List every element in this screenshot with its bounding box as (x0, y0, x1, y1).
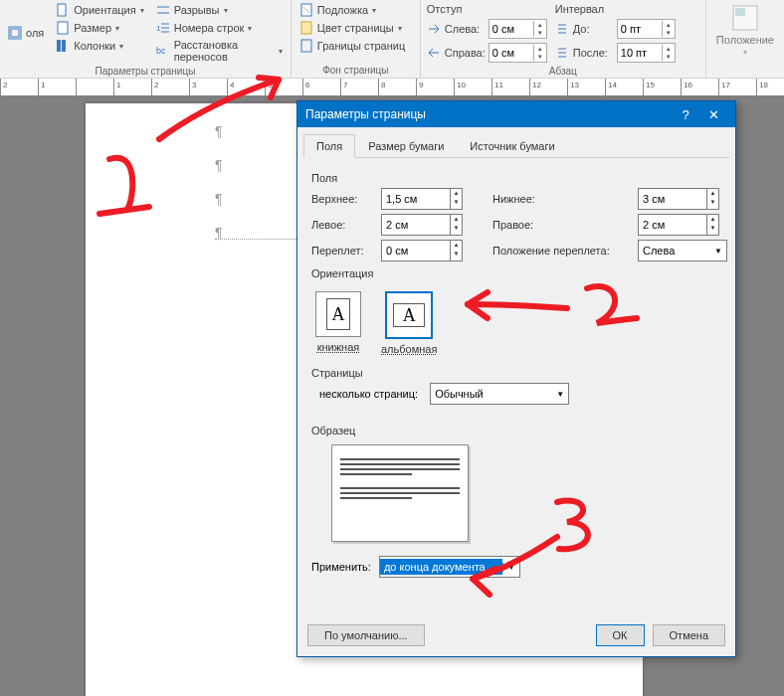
ruler-mark: 13 (567, 79, 579, 96)
line-numbers-button[interactable]: 1 Номера строк▾ (154, 20, 285, 36)
multi-pages-select[interactable]: Обычный▼ (430, 383, 569, 405)
ruler-mark: 17 (718, 79, 730, 96)
paragraph-group-label[interactable]: Абзац (427, 64, 699, 79)
chevron-down-icon: ▼ (502, 563, 519, 572)
line-numbers-label: Номера строк (174, 22, 245, 34)
page-setup-group-label[interactable]: Параметры страницы (6, 64, 285, 79)
right-margin-spinner[interactable]: ▲▼ (638, 214, 719, 236)
ruler-mark: 7 (340, 79, 347, 96)
spacing-after-spinner[interactable]: ▲▼ (617, 43, 676, 63)
orientation-icon (56, 3, 70, 17)
right-margin-input[interactable] (639, 215, 706, 235)
watermark-icon (299, 3, 313, 17)
help-button[interactable]: ? (672, 107, 699, 122)
ruler-mark: 8 (378, 79, 385, 96)
watermark-label: Подложка (317, 4, 368, 16)
ribbon: оля Ориентация▾ Размер▾ Колонки▾ (0, 0, 784, 79)
spacing-before-spinner[interactable]: ▲▼ (617, 19, 676, 39)
top-margin-input[interactable] (382, 189, 450, 209)
close-button[interactable]: ✕ (699, 107, 727, 122)
gutter-pos-label: Положение переплета: (492, 245, 632, 257)
indent-left-spinner[interactable]: ▲▼ (489, 19, 547, 39)
page-setup-dialog: Параметры страницы ? ✕ Поля Размер бумаг… (296, 100, 736, 657)
tab-paper-source[interactable]: Источник бумаги (457, 134, 567, 158)
apply-value: до конца документа (380, 559, 502, 575)
spacing-header: Интервал (555, 3, 611, 15)
spacing-before-label: До: (573, 23, 613, 35)
down-arrow-icon[interactable]: ▼ (534, 29, 546, 37)
fields-button[interactable]: оля (6, 25, 46, 41)
ok-button[interactable]: ОК (596, 624, 645, 646)
app-window: оля Ориентация▾ Размер▾ Колонки▾ (0, 0, 784, 696)
indent-right-spinner[interactable]: ▲▼ (489, 43, 547, 63)
landscape-button[interactable]: A альбомная (377, 287, 441, 359)
orientation-button[interactable]: Ориентация▾ (54, 2, 145, 18)
page-background-group-label: Фон страницы (297, 63, 414, 78)
gutter-pos-select[interactable]: Слева▼ (638, 240, 727, 261)
portrait-button[interactable]: A книжная (311, 287, 365, 359)
defaults-button[interactable]: По умолчанию... (307, 624, 425, 646)
svg-rect-1 (11, 29, 19, 37)
ruler-mark: 4 (227, 79, 234, 96)
fields-label: оля (26, 27, 44, 39)
dialog-tabs: Поля Размер бумаги Источник бумаги (303, 133, 729, 158)
gutter-pos-value: Слева (643, 245, 675, 257)
svg-text:1: 1 (156, 24, 161, 33)
svg-rect-3 (58, 22, 68, 34)
indent-left-input[interactable] (490, 23, 533, 35)
up-arrow-icon[interactable]: ▲ (534, 21, 546, 29)
landscape-label: альбомная (381, 343, 437, 355)
sample-preview (331, 444, 469, 542)
indent-right-input[interactable] (490, 47, 533, 59)
left-margin-label: Левое: (311, 219, 375, 231)
tab-paper-size[interactable]: Размер бумаги (355, 134, 457, 158)
up-arrow-icon[interactable]: ▲ (663, 21, 675, 29)
page-borders-label: Границы страниц (317, 40, 405, 52)
ruler-mark: 18 (756, 79, 768, 96)
bottom-margin-label: Нижнее: (492, 193, 632, 205)
indent-left-icon (427, 22, 441, 36)
breaks-icon (156, 3, 170, 17)
orientation-label: Ориентация (74, 4, 135, 16)
down-arrow-icon[interactable]: ▼ (534, 53, 546, 61)
down-arrow-icon[interactable]: ▼ (663, 53, 675, 61)
indent-header: Отступ (427, 3, 467, 15)
group-page-setup: оля Ориентация▾ Размер▾ Колонки▾ (0, 0, 292, 78)
up-arrow-icon[interactable]: ▲ (663, 45, 675, 53)
svg-rect-5 (62, 40, 66, 52)
spacing-before-input[interactable] (618, 23, 662, 35)
breaks-button[interactable]: Разрывы▾ (154, 2, 285, 18)
gutter-input[interactable] (382, 241, 450, 261)
chevron-down-icon: ▼ (714, 247, 722, 256)
ruler-mark: 12 (529, 79, 541, 96)
tab-fields[interactable]: Поля (303, 134, 355, 158)
gutter-spinner[interactable]: ▲▼ (381, 240, 463, 261)
down-arrow-icon[interactable]: ▼ (663, 29, 675, 37)
columns-button[interactable]: Колонки▾ (54, 38, 145, 54)
left-margin-spinner[interactable]: ▲▼ (381, 214, 463, 236)
bottom-margin-input[interactable] (639, 189, 706, 209)
group-paragraph: Отступ Слева: ▲▼ Справа: ▲▼ Интервал (421, 0, 706, 78)
page-borders-button[interactable]: Границы страниц (297, 38, 407, 54)
size-button[interactable]: Размер▾ (54, 20, 145, 36)
up-arrow-icon[interactable]: ▲ (534, 45, 546, 53)
columns-label: Колонки (74, 40, 115, 52)
dialog-titlebar[interactable]: Параметры страницы ? ✕ (297, 101, 735, 127)
ruler-mark (76, 79, 79, 96)
top-margin-spinner[interactable]: ▲▼ (381, 188, 463, 210)
spacing-after-input[interactable] (618, 47, 662, 59)
bottom-margin-spinner[interactable]: ▲▼ (638, 188, 719, 210)
svg-rect-2 (58, 4, 66, 16)
size-icon (56, 21, 70, 35)
watermark-button[interactable]: Подложка▾ (297, 2, 407, 18)
hyphenation-button[interactable]: bc Расстановка переносов▾ (154, 38, 285, 64)
cancel-button[interactable]: Отмена (653, 624, 725, 646)
page-color-button[interactable]: Цвет страницы▾ (297, 20, 407, 36)
position-button[interactable]: Положение ▾ (712, 2, 778, 78)
apply-select[interactable]: до конца документа ▼ (379, 556, 520, 578)
left-margin-input[interactable] (382, 215, 450, 235)
right-margin-label: Правое: (492, 219, 632, 231)
ruler-mark: 10 (454, 79, 466, 96)
pages-section-label: Страницы (311, 367, 721, 379)
ruler-mark: 9 (416, 79, 423, 96)
